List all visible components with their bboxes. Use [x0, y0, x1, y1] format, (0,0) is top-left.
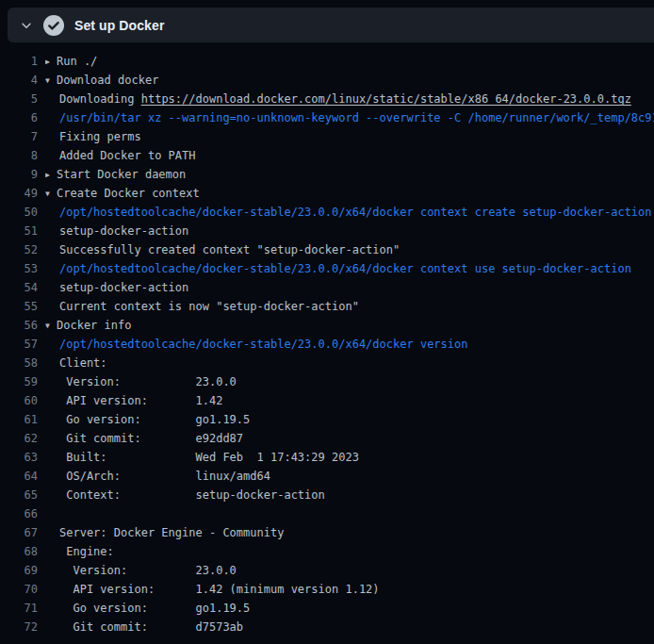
line-number[interactable]: 69	[0, 561, 38, 580]
log-line: 68 Engine:	[0, 542, 654, 561]
log-group-toggle[interactable]: ▶Start Docker daemon	[45, 165, 654, 184]
log-text: Downloading https://download.docker.com/…	[45, 90, 654, 108]
line-number[interactable]: 65	[0, 486, 38, 504]
line-number[interactable]: 60	[0, 391, 38, 410]
group-title: Run ./	[57, 55, 97, 68]
chevron-down-icon[interactable]	[19, 18, 34, 33]
log-line: 64 OS/Arch: linux/amd64	[0, 467, 654, 486]
log-line: 49▼Create Docker context	[0, 184, 654, 203]
log-text: setup-docker-action	[45, 222, 654, 240]
line-number[interactable]: 8	[0, 146, 38, 165]
line-number[interactable]: 70	[0, 580, 38, 599]
line-number[interactable]: 68	[0, 542, 38, 561]
log-line: 62 Git commit: e92dd87	[0, 429, 654, 448]
log-link[interactable]: https://download.docker.com/linux/static…	[141, 92, 631, 106]
log-line: 67Server: Docker Engine - Community	[0, 523, 654, 542]
log-line: 5Downloading https://download.docker.com…	[0, 90, 654, 108]
line-number[interactable]: 50	[0, 203, 38, 222]
line-number[interactable]: 56	[0, 316, 38, 335]
line-number[interactable]: 66	[0, 504, 38, 523]
log-line: 72 Git commit: d7573ab	[0, 618, 654, 636]
line-number[interactable]: 63	[0, 448, 38, 467]
triangle-collapsed-icon: ▶	[45, 53, 57, 71]
line-number[interactable]: 58	[0, 354, 38, 372]
group-title: Download docker	[57, 74, 158, 87]
log-text: /opt/hostedtoolcache/docker-stable/23.0.…	[45, 203, 654, 222]
line-number[interactable]: 57	[0, 335, 38, 354]
line-number[interactable]: 67	[0, 523, 38, 542]
log-line: 52Successfully created context "setup-do…	[0, 240, 654, 259]
success-icon	[43, 15, 64, 36]
line-number[interactable]: 9	[0, 165, 38, 184]
log-text: Current context is now "setup-docker-act…	[45, 297, 654, 316]
line-number[interactable]: 71	[0, 599, 38, 618]
log-line: 59 Version: 23.0.0	[0, 372, 654, 391]
log-line: 8Added Docker to PATH	[0, 146, 654, 165]
log-line: 51setup-docker-action	[0, 222, 654, 240]
log-group-toggle[interactable]: ▼Create Docker context	[45, 184, 654, 203]
log-line: 56▼Docker info	[0, 316, 654, 335]
log-line: 63 Built: Wed Feb 1 17:43:29 2023	[0, 448, 654, 467]
log-lines: 1▶Run ./4▼Download docker5Downloading ht…	[0, 42, 654, 644]
step-header[interactable]: Set up Docker	[8, 8, 654, 42]
line-number[interactable]: 54	[0, 278, 38, 297]
log-text: API version: 1.42	[45, 391, 654, 410]
log-line: 60 API version: 1.42	[0, 391, 654, 410]
log-line: 58Client:	[0, 354, 654, 372]
log-text: /opt/hostedtoolcache/docker-stable/23.0.…	[45, 259, 654, 278]
log-line: 66	[0, 504, 654, 523]
log-line: 71 Go version: go1.19.5	[0, 599, 654, 618]
group-title: Create Docker context	[57, 187, 200, 200]
line-number[interactable]: 64	[0, 467, 38, 486]
log-text	[45, 504, 654, 523]
log-line: 54setup-docker-action	[0, 278, 654, 297]
log-line: 7Fixing perms	[0, 127, 654, 146]
line-number[interactable]: 51	[0, 222, 38, 240]
group-title: Docker info	[57, 319, 131, 332]
line-number[interactable]: 59	[0, 372, 38, 391]
line-number[interactable]: 1	[0, 52, 38, 71]
log-text: Successfully created context "setup-dock…	[45, 240, 654, 259]
line-number[interactable]: 5	[0, 90, 38, 108]
log-text: Fixing perms	[45, 127, 654, 146]
log-line: 55Current context is now "setup-docker-a…	[0, 297, 654, 316]
group-title: Start Docker daemon	[57, 168, 186, 181]
line-number[interactable]: 72	[0, 618, 38, 636]
log-line: 9▶Start Docker daemon	[0, 165, 654, 184]
line-number[interactable]: 52	[0, 240, 38, 259]
log-text: OS/Arch: linux/amd64	[45, 467, 654, 486]
line-number[interactable]: 55	[0, 297, 38, 316]
log-text: setup-docker-action	[45, 278, 654, 297]
line-number[interactable]: 4	[0, 71, 38, 90]
triangle-expanded-icon: ▼	[45, 185, 57, 203]
log-text: /usr/bin/tar xz --warning=no-unknown-key…	[45, 108, 654, 127]
triangle-expanded-icon: ▼	[45, 72, 57, 90]
line-number[interactable]: 62	[0, 429, 38, 448]
log-line: 1▶Run ./	[0, 52, 654, 71]
log-line: 65 Context: setup-docker-action	[0, 486, 654, 504]
step-title: Set up Docker	[74, 18, 164, 33]
triangle-collapsed-icon: ▶	[45, 166, 57, 184]
log-text: API version: 1.42 (minimum version 1.12)	[45, 580, 654, 599]
log-text: /opt/hostedtoolcache/docker-stable/23.0.…	[45, 335, 654, 354]
triangle-expanded-icon: ▼	[45, 317, 57, 335]
line-number[interactable]: 49	[0, 184, 38, 203]
log-group-toggle[interactable]: ▼Docker info	[45, 316, 654, 335]
line-number[interactable]: 61	[0, 410, 38, 429]
line-number[interactable]: 7	[0, 127, 38, 146]
log-text: Context: setup-docker-action	[45, 486, 654, 504]
log-line: 4▼Download docker	[0, 71, 654, 90]
line-number[interactable]: 53	[0, 259, 38, 278]
log-line: 69 Version: 23.0.0	[0, 561, 654, 580]
line-number[interactable]: 6	[0, 108, 38, 127]
log-line: 50/opt/hostedtoolcache/docker-stable/23.…	[0, 203, 654, 222]
log-line: 70 API version: 1.42 (minimum version 1.…	[0, 580, 654, 599]
log-text: Server: Docker Engine - Community	[45, 523, 654, 542]
log-text: Go version: go1.19.5	[45, 599, 654, 618]
log-text: Go version: go1.19.5	[45, 410, 654, 429]
log-group-toggle[interactable]: ▶Run ./	[45, 52, 654, 71]
log-text: Version: 23.0.0	[45, 561, 654, 580]
log-text: Version: 23.0.0	[45, 372, 654, 391]
log-group-toggle[interactable]: ▼Download docker	[45, 71, 654, 90]
log-line: 6/usr/bin/tar xz --warning=no-unknown-ke…	[0, 108, 654, 127]
